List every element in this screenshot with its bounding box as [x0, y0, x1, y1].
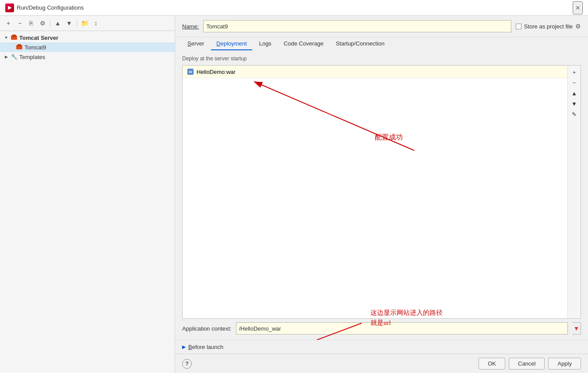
- deploy-item-label: HelloDemo:war: [197, 69, 236, 75]
- copy-config-button[interactable]: ⎘: [26, 18, 36, 28]
- deploy-remove-button[interactable]: −: [570, 78, 579, 87]
- ok-button[interactable]: OK: [479, 358, 505, 370]
- folder-button[interactable]: 📁: [80, 18, 89, 28]
- name-label-text: Name:: [182, 23, 199, 30]
- app-logo: ▶: [5, 3, 14, 12]
- deploy-add-button[interactable]: +: [570, 67, 579, 77]
- tab-logs[interactable]: Logs: [254, 37, 277, 50]
- remove-config-button[interactable]: −: [15, 18, 25, 28]
- expand-arrow: ▼: [4, 35, 9, 40]
- title-bar: ▶ Run/Debug Configurations ×: [0, 0, 588, 16]
- settings-config-button[interactable]: ⚙: [38, 18, 47, 28]
- apply-button[interactable]: Apply: [548, 358, 581, 370]
- store-checkbox[interactable]: [516, 24, 521, 29]
- gear-icon[interactable]: ⚙: [575, 23, 581, 30]
- sidebar-toolbar: + − ⎘ ⚙ ▲ ▼ 📁 ↕: [0, 16, 175, 31]
- before-launch-arrow-icon[interactable]: ▶: [182, 344, 186, 350]
- tab-coverage[interactable]: Code Coverage: [278, 37, 329, 50]
- templates-label: Templates: [19, 54, 45, 60]
- toolbar-separator-2: [77, 20, 77, 27]
- deploy-panel: W HelloDemo:war + − ▲ ▼ ✎: [182, 65, 581, 319]
- close-button[interactable]: ×: [573, 1, 583, 14]
- sidebar-item-tomcat-server[interactable]: ▼ Tomcat Server: [0, 33, 175, 42]
- name-label: Name:: [182, 23, 199, 30]
- window-title: Run/Debug Configurations: [17, 4, 84, 11]
- add-config-button[interactable]: +: [4, 18, 13, 28]
- sidebar: + − ⎘ ⚙ ▲ ▼ 📁 ↕ ▼ Tomcat Server: [0, 16, 175, 373]
- footer-right: OK Cancel Apply: [479, 358, 581, 370]
- sidebar-item-templates[interactable]: ▶ 🔧 Templates: [0, 52, 175, 62]
- tab-server[interactable]: Server: [182, 37, 209, 50]
- footer: ? OK Cancel Apply: [175, 354, 588, 373]
- before-launch-bar: ▶ Before launch: [175, 340, 588, 354]
- app-context-label: Application context:: [182, 325, 232, 332]
- tab-content-deployment: Deploy at the server startup W HelloDemo…: [175, 50, 588, 340]
- footer-left: ?: [182, 359, 192, 369]
- deploy-item-hellodemo[interactable]: W HelloDemo:war: [183, 66, 567, 78]
- deploy-edit-button[interactable]: ✎: [570, 109, 579, 119]
- store-as-project-row: Store as project file ⚙: [516, 23, 581, 30]
- templates-arrow: ▶: [4, 55, 9, 59]
- name-input[interactable]: [203, 20, 511, 32]
- app-context-row: Application context: ▼: [182, 322, 581, 335]
- app-context-input[interactable]: [236, 322, 568, 335]
- title-bar-left: ▶ Run/Debug Configurations: [5, 3, 84, 12]
- header-row: Name: Store as project file ⚙: [175, 16, 588, 37]
- deploy-up-button[interactable]: ▲: [570, 88, 579, 98]
- app-context-dropdown[interactable]: ▼: [572, 322, 581, 335]
- wrench-icon: 🔧: [11, 53, 18, 60]
- toolbar-separator: [50, 20, 50, 27]
- before-launch-label: Before launch: [188, 344, 223, 350]
- tomcat9-label: Tomcat9: [25, 44, 46, 51]
- war-icon: W: [187, 68, 194, 75]
- tab-startup[interactable]: Startup/Connection: [331, 37, 390, 50]
- deploy-down-button[interactable]: ▼: [570, 99, 579, 108]
- content-area: Name: Store as project file ⚙ Server Dep…: [175, 16, 588, 373]
- sidebar-tree: ▼ Tomcat Server Tomcat9 ▶ 🔧 Templates: [0, 31, 175, 373]
- tabs-bar: Server Deployment Logs Code Coverage Sta…: [175, 37, 588, 50]
- tomcat-server-label: Tomcat Server: [19, 35, 58, 41]
- store-label-text: Store as project file: [524, 23, 573, 30]
- tomcat-server-icon: [11, 34, 18, 41]
- tab-deployment[interactable]: Deployment: [211, 37, 252, 50]
- main-layout: + − ⎘ ⚙ ▲ ▼ 📁 ↕ ▼ Tomcat Server: [0, 16, 588, 373]
- sidebar-item-tomcat9[interactable]: Tomcat9: [0, 42, 175, 52]
- move-up-button[interactable]: ▲: [53, 18, 63, 28]
- deploy-list: W HelloDemo:war: [183, 66, 567, 318]
- deploy-panel-sidebar: + − ▲ ▼ ✎: [567, 66, 581, 318]
- help-button[interactable]: ?: [182, 359, 192, 369]
- cancel-button[interactable]: Cancel: [509, 358, 545, 370]
- deploy-section-label: Deploy at the server startup: [182, 56, 581, 62]
- sort-button[interactable]: ↕: [91, 18, 101, 28]
- move-down-button[interactable]: ▼: [64, 18, 74, 28]
- tomcat9-icon: [16, 44, 23, 51]
